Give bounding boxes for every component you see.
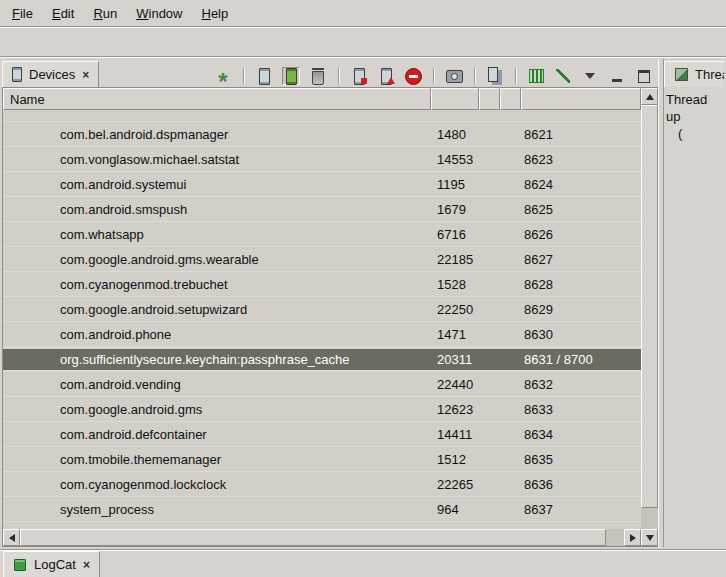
process-pid: 964 <box>431 502 479 517</box>
process-name: com.google.android.gms.wearable <box>60 252 259 267</box>
minimize-view-icon[interactable] <box>608 67 626 85</box>
profiling-arrow-icon[interactable] <box>554 67 572 85</box>
device-process-row[interactable]: com.cyanogenmod.trebuchet 1528 8628 <box>3 272 641 297</box>
dump-view-hierarchy-icon[interactable] <box>486 67 504 85</box>
devices-toolbar <box>99 67 658 87</box>
device-process-row[interactable]: com.vonglasow.michael.satstat 14553 8623 <box>3 147 641 172</box>
process-port: 8633 <box>521 402 641 417</box>
device-process-row[interactable]: org.sufficientlysecure.keychain:passphra… <box>3 347 641 372</box>
toolbar-separator <box>515 68 516 84</box>
device-process-row[interactable]: system_process 964 8637 <box>3 497 641 522</box>
device-process-row[interactable]: com.android.systemui 1195 8624 <box>3 172 641 197</box>
process-port: 8627 <box>521 252 641 267</box>
update-threads-icon[interactable] <box>350 67 368 85</box>
system-info-icon[interactable] <box>527 67 545 85</box>
device-process-row[interactable]: com.android.smspush 1679 8625 <box>3 197 641 222</box>
process-port: 8632 <box>521 377 641 392</box>
process-port: 8623 <box>521 152 641 167</box>
toolbar-separator <box>474 68 475 84</box>
toolbar-separator <box>243 68 244 84</box>
process-pid: 1679 <box>431 202 479 217</box>
process-pid: 12623 <box>431 402 479 417</box>
device-process-row[interactable]: com.google.android.gms 12623 8633 <box>3 397 641 422</box>
process-pid: 6716 <box>431 227 479 242</box>
threads-tab-label: Threads <box>695 67 724 82</box>
vertical-scrollbar[interactable] <box>641 88 658 546</box>
process-port: 8635 <box>521 452 641 467</box>
device-process-row[interactable]: com.cyanogenmod.lockclock 22265 8636 <box>3 472 641 497</box>
devices-tab-label: Devices <box>29 67 75 82</box>
right-arrow-icon <box>630 534 636 542</box>
process-pid: 1471 <box>431 327 479 342</box>
logcat-tab-label: LogCat <box>34 557 76 572</box>
threads-message-line2: ( <box>666 125 722 142</box>
debug-process-icon[interactable] <box>214 67 232 85</box>
logcat-strip: LogCat × <box>0 549 726 577</box>
process-port: 8637 <box>521 502 641 517</box>
column-header-port[interactable] <box>521 88 641 110</box>
device-process-row[interactable]: com.google.android.gms.wearable 22185 86… <box>3 247 641 272</box>
stop-process-icon[interactable] <box>404 67 422 85</box>
device-process-row[interactable]: com.android.vending 22440 8632 <box>3 372 641 397</box>
horizontal-scroll-track[interactable] <box>20 529 624 546</box>
main-area: Devices × Name <box>0 57 726 549</box>
scroll-down-button[interactable] <box>641 529 658 546</box>
process-name: com.cyanogenmod.lockclock <box>60 477 226 492</box>
tab-logcat[interactable]: LogCat × <box>3 551 100 577</box>
device-process-row[interactable]: com.android.phone 1471 8630 <box>3 322 641 347</box>
device-process-row[interactable]: com.tmobile.thememanager 1512 8635 <box>3 447 641 472</box>
heap-updates-enabled-icon[interactable] <box>282 67 300 85</box>
horizontal-scroll-thumb[interactable] <box>20 529 606 546</box>
menu-run[interactable]: Run <box>85 3 125 24</box>
process-pid: 1528 <box>431 277 479 292</box>
scroll-right-button[interactable] <box>624 529 641 546</box>
screen-capture-icon[interactable] <box>445 67 463 85</box>
down-arrow-icon <box>646 535 654 541</box>
column-header-name-label: Name <box>10 92 45 107</box>
device-process-row[interactable]: com.whatsapp 6716 8626 <box>3 222 641 247</box>
view-menu-icon[interactable] <box>581 67 599 85</box>
logcat-tab-close-icon[interactable]: × <box>81 558 92 572</box>
start-method-profiling-icon[interactable] <box>377 67 395 85</box>
column-header-b[interactable] <box>500 88 521 110</box>
ddms-window: FileEditRunWindowHelp Devices × Name <box>0 0 726 577</box>
menu-help[interactable]: Help <box>193 3 236 24</box>
process-name: com.android.phone <box>60 327 171 342</box>
process-port: 8621 <box>521 127 641 142</box>
devices-view: Devices × Name <box>2 59 658 547</box>
vertical-scroll-thumb[interactable] <box>641 105 658 508</box>
tab-devices[interactable]: Devices × <box>2 61 99 87</box>
table-header-row: Name <box>3 88 641 110</box>
process-port: 8630 <box>521 327 641 342</box>
device-tab-icon <box>10 67 24 83</box>
process-pid: 1512 <box>431 452 479 467</box>
partial-row <box>3 110 641 122</box>
process-name: com.google.android.setupwizard <box>60 302 247 317</box>
process-pid: 22265 <box>431 477 479 492</box>
menu-file[interactable]: File <box>4 3 41 24</box>
menu-window[interactable]: Window <box>128 3 190 24</box>
process-pid: 1480 <box>431 127 479 142</box>
process-port: 8634 <box>521 427 641 442</box>
horizontal-scrollbar[interactable] <box>3 529 641 546</box>
vertical-scroll-track[interactable] <box>641 105 658 529</box>
column-header-pid[interactable] <box>431 88 479 110</box>
scroll-left-button[interactable] <box>3 529 20 546</box>
column-header-a[interactable] <box>479 88 500 110</box>
devices-tabbar: Devices × <box>2 59 658 87</box>
menu-edit[interactable]: Edit <box>44 3 82 24</box>
process-name: org.sufficientlysecure.keychain:passphra… <box>60 352 350 367</box>
tab-threads[interactable]: Threads <box>664 61 724 87</box>
device-process-row[interactable]: com.bel.android.dspmanager 1480 8621 <box>3 122 641 147</box>
maximize-view-icon[interactable] <box>635 67 653 85</box>
process-port: 8624 <box>521 177 641 192</box>
cause-gc-icon[interactable] <box>309 67 327 85</box>
device-process-row[interactable]: com.android.defcontainer 14411 8634 <box>3 422 641 447</box>
devices-tab-close-icon[interactable]: × <box>80 68 91 82</box>
device-process-row[interactable]: com.google.android.setupwizard 22250 862… <box>3 297 641 322</box>
process-name: com.android.smspush <box>60 202 187 217</box>
update-heap-icon[interactable] <box>255 67 273 85</box>
scroll-up-button[interactable] <box>641 88 658 105</box>
process-name: com.android.systemui <box>60 177 186 192</box>
column-header-name[interactable]: Name <box>3 88 431 110</box>
